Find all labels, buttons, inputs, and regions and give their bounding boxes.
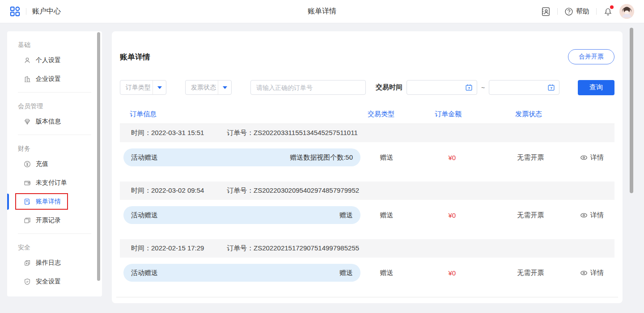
next-group-divider bbox=[116, 297, 618, 297]
sidebar-divider bbox=[18, 92, 91, 93]
order-type-placeholder: 订单类型 bbox=[120, 80, 153, 94]
merge-invoice-button[interactable]: 合并开票 bbox=[568, 49, 614, 64]
bill-details-panel: 账单详情 合并开票 订单类型 发票状态 交易时间 ~ 查询 bbox=[112, 31, 623, 303]
avatar[interactable] bbox=[619, 4, 634, 19]
notifications-button[interactable] bbox=[603, 7, 613, 16]
order-time: 时间：2022-03-02 09:54 bbox=[131, 186, 227, 195]
transaction-type-value: 赠送 bbox=[360, 269, 413, 277]
start-date-input[interactable] bbox=[407, 80, 477, 95]
invoice-record-icon bbox=[24, 217, 31, 224]
sidebar-item-label: 账单详情 bbox=[36, 198, 61, 206]
sidebar-item-unpaid-orders[interactable]: 未支付订单 bbox=[7, 173, 102, 192]
order-group: 时间：2022-03-31 15:51 订单号：ZS20220331155134… bbox=[120, 124, 614, 182]
sidebar-item-label: 企业设置 bbox=[36, 75, 61, 83]
order-number: 订单号：ZS20220302095402974857979952 bbox=[227, 186, 359, 195]
topbar: 账户中心 账单详情 帮助 bbox=[0, 0, 644, 23]
table-row: 活动赠送 赠送数据视图个数:50 赠送 ¥0 无需开票 详情 bbox=[120, 142, 614, 182]
sidebar-scrollbar[interactable] bbox=[97, 32, 100, 281]
details-label: 详情 bbox=[590, 269, 604, 277]
sidebar-item-bill-details[interactable]: 账单详情 bbox=[7, 192, 102, 211]
user-guide-icon[interactable] bbox=[541, 7, 551, 17]
chevron-down-icon bbox=[218, 80, 231, 94]
sidebar-item-version-info[interactable]: 版本信息 bbox=[7, 112, 102, 131]
sidebar-item-operation-logs[interactable]: 操作日志 bbox=[7, 254, 102, 272]
calendar-icon bbox=[547, 84, 555, 91]
order-amount-value: ¥0 bbox=[413, 269, 491, 277]
divider bbox=[596, 8, 597, 15]
order-number: 订单号：ZS20220215172907514997985255 bbox=[227, 244, 359, 253]
sidebar-group-security: 安全 bbox=[7, 237, 102, 254]
user-icon bbox=[24, 57, 31, 64]
invoice-status-value: 无需开票 bbox=[491, 211, 569, 220]
end-date-input[interactable] bbox=[489, 80, 559, 95]
sidebar-item-personal-settings[interactable]: 个人设置 bbox=[7, 51, 102, 70]
order-item-pill: 活动赠送 赠送 bbox=[123, 264, 360, 282]
column-invoice-status: 发票状态 bbox=[488, 110, 569, 118]
order-group-header: 时间：2022-03-31 15:51 订单号：ZS20220331155134… bbox=[120, 124, 614, 142]
calendar-icon bbox=[465, 84, 473, 91]
column-order-info: 订单信息 bbox=[120, 110, 354, 118]
help-button[interactable]: 帮助 bbox=[564, 7, 589, 16]
gem-icon bbox=[24, 118, 31, 125]
invoice-status-placeholder: 发票状态 bbox=[186, 80, 218, 94]
log-icon bbox=[24, 259, 31, 266]
order-item-detail: 赠送 bbox=[339, 211, 353, 220]
active-indicator-bar bbox=[7, 194, 9, 210]
sidebar-item-label: 个人设置 bbox=[36, 56, 61, 64]
order-group: 时间：2022-02-15 17:29 订单号：ZS20220215172907… bbox=[120, 239, 614, 297]
main-scrollbar[interactable] bbox=[630, 28, 633, 193]
order-number: 订单号：ZS20220331155134545257511011 bbox=[227, 129, 358, 137]
details-link[interactable]: 详情 bbox=[570, 153, 614, 162]
invoice-status-value: 无需开票 bbox=[491, 153, 569, 162]
sidebar-item-recharge[interactable]: 充值 bbox=[7, 155, 102, 173]
sidebar-divider bbox=[18, 135, 91, 135]
table-row: 活动赠送 赠送 赠送 ¥0 无需开票 详情 bbox=[120, 200, 614, 239]
divider bbox=[26, 8, 26, 15]
invoice-status-select[interactable]: 发票状态 bbox=[185, 80, 232, 95]
filter-bar: 订单类型 发票状态 交易时间 ~ 查询 bbox=[120, 80, 614, 95]
details-label: 详情 bbox=[590, 153, 604, 162]
sidebar-group-membership: 会员管理 bbox=[7, 96, 102, 112]
details-link[interactable]: 详情 bbox=[570, 211, 614, 220]
sidebar-group-basic: 基础 bbox=[7, 35, 102, 51]
app-grid-logo-icon[interactable] bbox=[10, 6, 20, 17]
eye-icon bbox=[580, 154, 588, 161]
order-type-select[interactable]: 订单类型 bbox=[120, 80, 166, 95]
order-item-detail: 赠送 bbox=[339, 269, 353, 277]
order-group: 时间：2022-03-02 09:54 订单号：ZS20220302095402… bbox=[120, 182, 614, 239]
invoice-status-value: 无需开票 bbox=[491, 269, 569, 277]
transaction-time-label: 交易时间 bbox=[376, 83, 402, 92]
transaction-type-value: 赠送 bbox=[360, 211, 413, 220]
sidebar-item-invoice-records[interactable]: 开票记录 bbox=[7, 211, 102, 230]
eye-icon bbox=[580, 269, 588, 277]
order-amount-value: ¥0 bbox=[413, 154, 491, 161]
search-button[interactable]: 查询 bbox=[578, 80, 614, 95]
sidebar-item-security-policy[interactable]: 安全策略 bbox=[7, 291, 102, 296]
sidebar-item-security-settings[interactable]: 安全设置 bbox=[7, 272, 102, 291]
building-icon bbox=[24, 76, 31, 83]
order-amount-value: ¥0 bbox=[413, 211, 491, 219]
bill-icon bbox=[24, 198, 31, 205]
table-row: 活动赠送 赠送 赠送 ¥0 无需开票 详情 bbox=[120, 258, 614, 297]
sidebar-item-label: 版本信息 bbox=[36, 118, 61, 126]
order-group-header: 时间：2022-02-15 17:29 订单号：ZS20220215172907… bbox=[120, 239, 614, 258]
order-item-pill: 活动赠送 赠送 bbox=[123, 206, 360, 224]
page-title: 账单详情 bbox=[120, 52, 614, 62]
order-number-input[interactable] bbox=[250, 80, 366, 95]
details-label: 详情 bbox=[590, 211, 604, 220]
notification-badge-dot bbox=[610, 5, 614, 9]
column-transaction-type: 交易类型 bbox=[354, 110, 408, 118]
table-header: 订单信息 交易类型 订单金额 发票状态 bbox=[120, 105, 614, 124]
divider bbox=[557, 8, 558, 15]
sidebar-item-label: 操作日志 bbox=[36, 259, 61, 267]
shield-check-icon bbox=[24, 278, 31, 285]
column-order-amount: 订单金额 bbox=[408, 110, 488, 118]
eye-icon bbox=[580, 211, 588, 219]
details-link[interactable]: 详情 bbox=[570, 269, 614, 277]
order-item-detail: 赠送数据视图个数:50 bbox=[290, 153, 353, 162]
sidebar-item-label: 未支付订单 bbox=[36, 179, 67, 187]
sidebar-group-finance: 财务 bbox=[7, 139, 102, 155]
sidebar-item-enterprise-settings[interactable]: 企业设置 bbox=[7, 70, 102, 89]
help-label: 帮助 bbox=[576, 7, 589, 16]
yen-circle-icon bbox=[24, 161, 31, 168]
